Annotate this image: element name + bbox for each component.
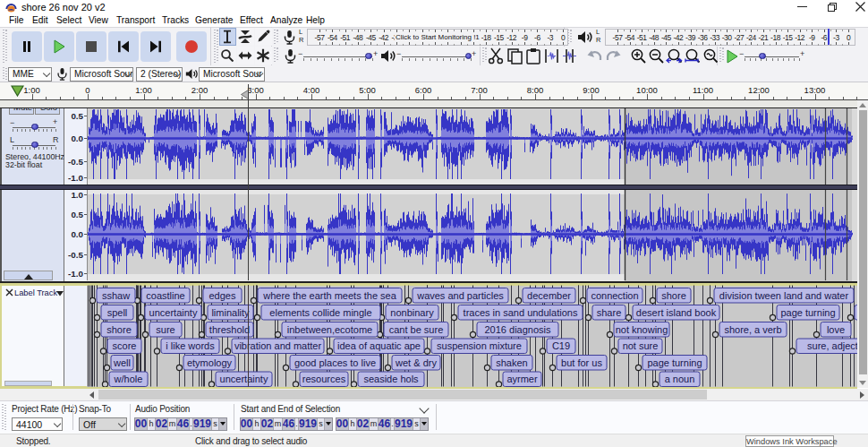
svg-text:threshold: threshold xyxy=(209,324,250,335)
svg-text:page turning: page turning xyxy=(780,307,835,318)
svg-text:edges: edges xyxy=(209,290,236,301)
svg-text:cant be sure: cant be sure xyxy=(389,324,444,335)
svg-text:vibration and matter: vibration and matter xyxy=(234,340,322,351)
svg-text:uncertainty: uncertainty xyxy=(220,374,268,384)
svg-text:shaken: shaken xyxy=(496,357,527,368)
svg-text:C19: C19 xyxy=(552,340,570,351)
svg-text:coastline: coastline xyxy=(146,290,184,301)
svg-text:spell: spell xyxy=(107,307,128,318)
svg-text:nonbinary: nonbinary xyxy=(390,307,434,318)
svg-text:not knowing: not knowing xyxy=(616,324,668,335)
svg-text:desert island book: desert island book xyxy=(636,307,717,318)
svg-text:shore, a verb: shore, a verb xyxy=(724,324,781,335)
svg-text:sure: sure xyxy=(156,324,174,335)
svg-text:but for us: but for us xyxy=(561,357,602,368)
svg-text:suspension mixture: suspension mixture xyxy=(437,340,522,351)
svg-text:division tween land and water: division tween land and water xyxy=(719,290,849,301)
svg-text:share: share xyxy=(597,307,622,318)
svg-text:elements collide mingle: elements collide mingle xyxy=(269,307,371,318)
svg-text:inbetween,ecotome: inbetween,ecotome xyxy=(287,324,372,335)
svg-text:page turning: page turning xyxy=(647,357,702,368)
svg-text:good places to live: good places to live xyxy=(294,357,376,368)
svg-text:a noun: a noun xyxy=(665,374,695,384)
svg-text:idea of aquatic ape: idea of aquatic ape xyxy=(337,340,421,351)
svg-text:ayrmer: ayrmer xyxy=(506,374,538,384)
svg-text:score: score xyxy=(113,340,137,351)
svg-text:where the earth meets the sea: where the earth meets the sea xyxy=(262,290,396,301)
svg-text:seaside hols: seaside hols xyxy=(363,374,419,384)
svg-text:liminality: liminality xyxy=(211,307,250,318)
svg-text:shore: shore xyxy=(661,290,686,301)
svg-text:not sure: not sure xyxy=(623,340,659,351)
svg-text:resources: resources xyxy=(302,374,346,384)
svg-text:connection: connection xyxy=(591,290,638,301)
svg-text:w/hole: w/hole xyxy=(114,374,143,384)
svg-text:etymology: etymology xyxy=(187,357,233,368)
svg-text:december: december xyxy=(527,290,571,301)
svg-text:2016 diagnosis: 2016 diagnosis xyxy=(484,324,551,335)
svg-text:traces in sand undulations: traces in sand undulations xyxy=(464,307,578,318)
svg-text:i like words: i like words xyxy=(166,340,215,351)
svg-text:wet & dry: wet & dry xyxy=(395,357,437,368)
svg-text:sshaw: sshaw xyxy=(102,290,130,301)
svg-text:uncertainty: uncertainty xyxy=(149,307,198,318)
svg-text:love: love xyxy=(827,324,845,335)
svg-text:waves and particles: waves and particles xyxy=(416,290,504,301)
svg-text:shore: shore xyxy=(106,324,132,335)
svg-text:well: well xyxy=(113,357,131,368)
